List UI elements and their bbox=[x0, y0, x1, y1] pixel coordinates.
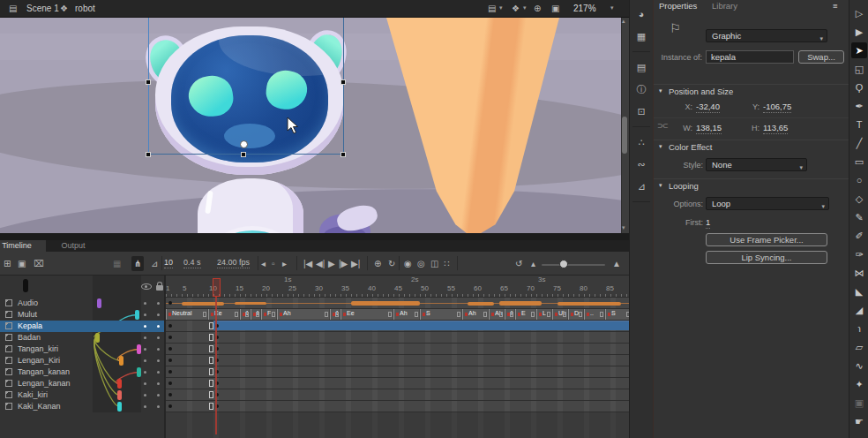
ruler-frame-number[interactable]: 50 bbox=[421, 284, 435, 292]
ruler-frame-number[interactable]: 40 bbox=[368, 284, 382, 292]
edit-scene-chevron-icon[interactable]: ▾ bbox=[499, 4, 503, 11]
mouth-cue-segment[interactable]: Ee bbox=[340, 309, 393, 320]
layer-lock-dot[interactable] bbox=[157, 382, 160, 385]
asset-sculpt-tool[interactable]: ✦ bbox=[851, 376, 867, 392]
frame-rows[interactable]: NeutralEeDEFAhDEeAhSAhAhMELUhD..S bbox=[166, 298, 629, 412]
ruler-frame-number[interactable]: 20 bbox=[262, 284, 276, 292]
layer-lock-dot[interactable] bbox=[157, 325, 160, 328]
stop-icon[interactable]: ▫ bbox=[272, 256, 275, 271]
zoom-chevron-icon[interactable]: ▾ bbox=[610, 4, 614, 11]
free-transform-tool[interactable]: ◱ bbox=[851, 61, 867, 77]
ruler-frame-number[interactable]: 25 bbox=[288, 284, 303, 292]
ruler-frame-number[interactable]: 70 bbox=[527, 284, 541, 292]
layer-lock-dot[interactable] bbox=[157, 302, 160, 305]
layer-frames-audio[interactable] bbox=[166, 298, 629, 309]
eraser-tool[interactable]: ▱ bbox=[851, 339, 867, 355]
selection-handle-right[interactable] bbox=[340, 79, 346, 85]
layer-visibility-dot[interactable] bbox=[144, 336, 146, 339]
reset-timeline-zoom-icon[interactable]: ↺ bbox=[515, 256, 522, 271]
selection-handle-bottom-right[interactable] bbox=[340, 152, 346, 157]
selection-handle-bottom-left[interactable] bbox=[146, 152, 151, 157]
history-panel-icon[interactable]: ⊿ bbox=[633, 179, 649, 193]
selection-tool[interactable]: ▷ bbox=[851, 5, 867, 21]
ink-bottle-tool[interactable]: ◢ bbox=[851, 302, 867, 318]
layer-row-mulut[interactable]: Mulut bbox=[0, 309, 166, 321]
mouth-cue-segment[interactable]: Ah bbox=[393, 309, 419, 320]
layer-frames-badan[interactable] bbox=[166, 332, 629, 344]
ruler-frame-number[interactable]: 65 bbox=[500, 284, 514, 292]
brush-library-panel-icon[interactable]: ∴ bbox=[633, 135, 649, 149]
go-first-frame-icon[interactable]: |◀ bbox=[303, 256, 312, 271]
camera-icon[interactable]: ▦ bbox=[113, 256, 121, 271]
mouth-cue-segment[interactable]: E bbox=[515, 309, 535, 320]
layer-row-kepala[interactable]: Kepala bbox=[0, 321, 166, 332]
panel-menu-icon[interactable]: ≡ bbox=[833, 0, 838, 11]
ruler-frame-number[interactable]: 35 bbox=[341, 284, 355, 292]
x-value[interactable]: -32,40 bbox=[696, 102, 720, 113]
bone-tool[interactable]: ⋈ bbox=[851, 265, 867, 281]
fluid-brush-tool[interactable]: ✐ bbox=[851, 228, 867, 244]
ruler-frame-number[interactable]: 30 bbox=[315, 284, 329, 292]
rectangle-tool[interactable]: ▭ bbox=[851, 154, 867, 170]
mouth-cue-segment[interactable]: D bbox=[568, 309, 583, 320]
flip-forward-icon[interactable]: ▸ bbox=[282, 256, 287, 271]
ruler-frame-number[interactable]: 75 bbox=[553, 284, 567, 292]
layer-frames-kaki-kanan[interactable] bbox=[166, 401, 629, 412]
layer-lock-dot[interactable] bbox=[157, 359, 160, 362]
layer-row-audio[interactable]: Audio bbox=[0, 298, 166, 309]
y-value[interactable]: -106,75 bbox=[763, 102, 791, 113]
layer-lock-dot[interactable] bbox=[157, 371, 160, 374]
w-value[interactable]: 138,15 bbox=[696, 123, 722, 134]
clip-content-icon[interactable]: ▣ bbox=[551, 2, 559, 16]
style-dropdown[interactable]: None ▾ bbox=[706, 158, 807, 171]
mouth-cue-segment[interactable]: S bbox=[605, 309, 629, 320]
link-width-height-icon[interactable]: ⊃⊂ bbox=[657, 122, 667, 130]
graph-editor-icon[interactable]: ⊿ bbox=[151, 256, 158, 271]
pencil-tool[interactable]: ✎ bbox=[851, 209, 867, 225]
ruler-frame-number[interactable]: 80 bbox=[580, 284, 594, 292]
flip-back-icon[interactable]: ◂ bbox=[261, 256, 266, 271]
layer-lock-dot[interactable] bbox=[157, 405, 160, 408]
current-frame-value[interactable]: 10 bbox=[164, 258, 173, 268]
scene-icon[interactable]: ▤ bbox=[9, 2, 17, 16]
mouth-cue-segment[interactable]: S bbox=[420, 309, 461, 320]
layer-frames-tangan-kiri[interactable] bbox=[166, 344, 629, 355]
paint-bucket-tool[interactable]: ◣ bbox=[851, 283, 867, 299]
color-panel-icon[interactable]: ◕ bbox=[633, 7, 649, 21]
zoom-level-value[interactable]: 217% bbox=[573, 4, 596, 13]
center-playhead-icon[interactable]: ⊕ bbox=[374, 256, 381, 271]
layer-lock-dot[interactable] bbox=[157, 336, 160, 339]
layer-row-kaki-kiri[interactable]: Kaki_kiri bbox=[0, 389, 166, 401]
edit-multiple-frames-icon[interactable]: ◫ bbox=[430, 256, 438, 271]
selected-frame-span[interactable] bbox=[213, 321, 629, 330]
position-size-section-header[interactable]: ▾ Position and Size bbox=[654, 84, 849, 98]
layer-frames-lengan-kanan[interactable] bbox=[166, 378, 629, 389]
layer-frames-tangan-kanan[interactable] bbox=[166, 366, 629, 378]
layer-frames-kaki-kiri[interactable] bbox=[166, 389, 629, 401]
asset-warp-tool[interactable]: ➤ bbox=[851, 42, 867, 58]
polystar-tool[interactable]: ◇ bbox=[851, 191, 867, 207]
timeline-ruler[interactable]: 1s2s3s1510152025303540455055606570758085 bbox=[166, 276, 629, 298]
canvas-bottom-scroll-area[interactable] bbox=[0, 233, 629, 240]
mouth-cue-segment[interactable]: Uh bbox=[552, 309, 567, 320]
stage-canvas[interactable]: ▴ ▾ bbox=[0, 18, 629, 233]
scroll-down-icon[interactable]: ▾ bbox=[622, 224, 625, 231]
camera-tool[interactable]: ▣ bbox=[851, 395, 867, 411]
show-parenting-view-icon[interactable]: ⋔ bbox=[131, 256, 144, 271]
new-folder-icon[interactable]: ▣ bbox=[18, 256, 26, 271]
swatches-panel-icon[interactable]: ▦ bbox=[633, 29, 649, 43]
canvas-scrollbar-thumb[interactable] bbox=[622, 117, 627, 154]
mouth-cue-segment[interactable]: Ah bbox=[462, 309, 488, 320]
layer-lock-dot[interactable] bbox=[157, 313, 160, 316]
tab-timeline[interactable]: Timeline bbox=[0, 240, 46, 252]
step-back-icon[interactable]: ◀| bbox=[316, 256, 325, 271]
layer-row-tangan-kiri[interactable]: Tangan_kiri bbox=[0, 344, 166, 355]
tab-properties[interactable]: Properties bbox=[659, 0, 697, 11]
tab-library[interactable]: Library bbox=[712, 0, 737, 11]
mouth-cue-segment[interactable]: D bbox=[240, 309, 250, 320]
layer-visibility-dot[interactable] bbox=[144, 405, 146, 408]
pen-tool[interactable]: ✒ bbox=[851, 98, 867, 114]
h-value[interactable]: 113,65 bbox=[763, 123, 788, 134]
width-tool[interactable]: ∿ bbox=[851, 358, 867, 374]
subselection-tool[interactable]: ▶ bbox=[851, 24, 867, 40]
